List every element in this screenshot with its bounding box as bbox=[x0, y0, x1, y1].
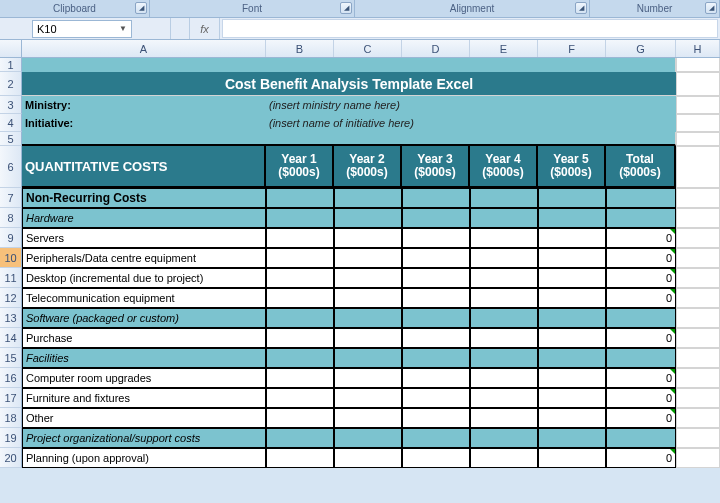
row-purchase[interactable]: Purchase bbox=[22, 328, 266, 348]
year-header[interactable]: Year 4 ($000s) bbox=[470, 146, 538, 188]
formula-split-handle[interactable] bbox=[170, 18, 190, 39]
category-facilities[interactable]: Facilities bbox=[22, 348, 266, 368]
cell[interactable] bbox=[334, 268, 402, 288]
cell[interactable] bbox=[538, 328, 606, 348]
cell[interactable] bbox=[538, 388, 606, 408]
cell[interactable] bbox=[266, 368, 334, 388]
row-telecom[interactable]: Telecommunication equipment bbox=[22, 288, 266, 308]
cell[interactable] bbox=[676, 288, 720, 308]
cell[interactable] bbox=[538, 58, 606, 72]
row-header[interactable]: 17 bbox=[0, 388, 22, 408]
col-header-G[interactable]: G bbox=[606, 40, 676, 57]
cell[interactable] bbox=[470, 268, 538, 288]
total-telecom[interactable]: 0 bbox=[606, 288, 676, 308]
row-desktop[interactable]: Desktop (incremental due to project) bbox=[22, 268, 266, 288]
row-header[interactable]: 12 bbox=[0, 288, 22, 308]
section-header-label[interactable]: QUANTITATIVE COSTS bbox=[22, 146, 266, 188]
subheader-non-recurring[interactable]: Non-Recurring Costs bbox=[22, 188, 266, 208]
cell[interactable] bbox=[470, 208, 538, 228]
cell[interactable] bbox=[538, 208, 606, 228]
year-header[interactable]: Year 3 ($000s) bbox=[402, 146, 470, 188]
cell[interactable] bbox=[334, 368, 402, 388]
total-peripherals[interactable]: 0 bbox=[606, 248, 676, 268]
total-computer-room[interactable]: 0 bbox=[606, 368, 676, 388]
cell[interactable] bbox=[676, 448, 720, 468]
cell[interactable] bbox=[402, 348, 470, 368]
cell[interactable] bbox=[676, 114, 720, 132]
initiative-value[interactable]: (insert name of initiative here) bbox=[266, 114, 676, 132]
cell[interactable] bbox=[676, 268, 720, 288]
row-header[interactable]: 9 bbox=[0, 228, 22, 248]
dropdown-icon[interactable]: ▼ bbox=[119, 24, 127, 33]
total-furniture[interactable]: 0 bbox=[606, 388, 676, 408]
cell[interactable] bbox=[606, 348, 676, 368]
row-header[interactable]: 1 bbox=[0, 58, 22, 72]
col-header-C[interactable]: C bbox=[334, 40, 402, 57]
cell[interactable] bbox=[334, 58, 402, 72]
cell[interactable] bbox=[334, 188, 402, 208]
cell[interactable] bbox=[538, 308, 606, 328]
cell[interactable] bbox=[334, 228, 402, 248]
row-peripherals[interactable]: Peripherals/Data centre equipment bbox=[22, 248, 266, 268]
cell[interactable] bbox=[676, 328, 720, 348]
row-other[interactable]: Other bbox=[22, 408, 266, 428]
cell[interactable] bbox=[266, 428, 334, 448]
cell[interactable] bbox=[334, 308, 402, 328]
cell[interactable] bbox=[470, 328, 538, 348]
cell[interactable] bbox=[402, 308, 470, 328]
cell[interactable] bbox=[402, 58, 470, 72]
cell[interactable] bbox=[266, 188, 334, 208]
row-header[interactable]: 6 bbox=[0, 146, 22, 188]
cell[interactable] bbox=[470, 288, 538, 308]
col-header-A[interactable]: A bbox=[22, 40, 266, 57]
cell[interactable] bbox=[470, 248, 538, 268]
cell[interactable] bbox=[266, 248, 334, 268]
cell[interactable] bbox=[470, 308, 538, 328]
col-header-H[interactable]: H bbox=[676, 40, 720, 57]
cell[interactable] bbox=[676, 72, 720, 96]
row-servers[interactable]: Servers bbox=[22, 228, 266, 248]
dialog-launcher-icon[interactable]: ◢ bbox=[705, 2, 717, 14]
cell[interactable] bbox=[676, 388, 720, 408]
cell[interactable] bbox=[538, 368, 606, 388]
cell[interactable] bbox=[470, 348, 538, 368]
year-header[interactable]: Year 2 ($000s) bbox=[334, 146, 402, 188]
cell[interactable] bbox=[538, 188, 606, 208]
cell[interactable] bbox=[470, 448, 538, 468]
cell[interactable] bbox=[402, 188, 470, 208]
col-header-E[interactable]: E bbox=[470, 40, 538, 57]
total-desktop[interactable]: 0 bbox=[606, 268, 676, 288]
category-project-org[interactable]: Project organizational/support costs bbox=[22, 428, 266, 448]
year-header[interactable]: Total ($000s) bbox=[606, 146, 676, 188]
row-header[interactable]: 7 bbox=[0, 188, 22, 208]
col-header-F[interactable]: F bbox=[538, 40, 606, 57]
cell[interactable] bbox=[470, 428, 538, 448]
cell[interactable] bbox=[676, 58, 720, 72]
cell[interactable] bbox=[538, 408, 606, 428]
cell[interactable] bbox=[22, 58, 266, 72]
cell[interactable] bbox=[676, 248, 720, 268]
select-all-corner[interactable] bbox=[0, 40, 22, 57]
cell[interactable] bbox=[538, 268, 606, 288]
row-header[interactable]: 19 bbox=[0, 428, 22, 448]
row-furniture[interactable]: Furniture and fixtures bbox=[22, 388, 266, 408]
cell[interactable] bbox=[402, 408, 470, 428]
col-header-B[interactable]: B bbox=[266, 40, 334, 57]
col-header-D[interactable]: D bbox=[402, 40, 470, 57]
row-header[interactable]: 3 bbox=[0, 96, 22, 114]
row-header[interactable]: 11 bbox=[0, 268, 22, 288]
cell[interactable] bbox=[538, 288, 606, 308]
row-header[interactable]: 8 bbox=[0, 208, 22, 228]
cell[interactable] bbox=[402, 328, 470, 348]
cell[interactable] bbox=[606, 188, 676, 208]
year-header[interactable]: Year 1 ($000s) bbox=[266, 146, 334, 188]
cell[interactable] bbox=[334, 208, 402, 228]
cell[interactable] bbox=[266, 328, 334, 348]
row-computer-room[interactable]: Computer room upgrades bbox=[22, 368, 266, 388]
row-header[interactable]: 15 bbox=[0, 348, 22, 368]
fx-icon[interactable]: fx bbox=[190, 18, 220, 39]
row-header[interactable]: 5 bbox=[0, 132, 22, 146]
cell[interactable] bbox=[402, 288, 470, 308]
ministry-value[interactable]: (insert ministry name here) bbox=[266, 96, 676, 114]
row-header[interactable]: 13 bbox=[0, 308, 22, 328]
